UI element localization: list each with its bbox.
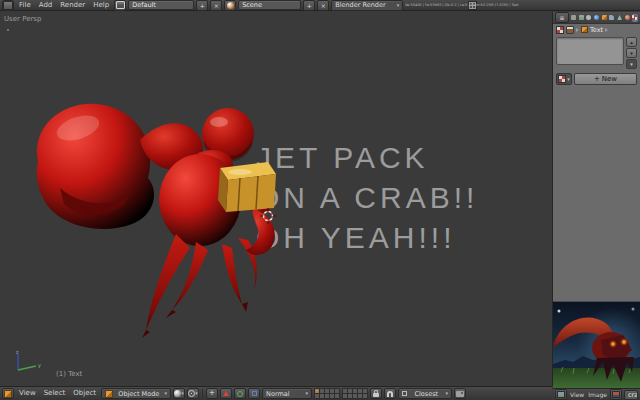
image-editor-type-button[interactable]: [555, 389, 567, 400]
mode-dropdown[interactable]: Object Mode ▾: [101, 388, 171, 399]
render-camera-icon: [571, 15, 576, 20]
layout-name-field[interactable]: Default: [128, 0, 194, 10]
render-engine-value: Blender Render: [335, 1, 385, 9]
texture-type-button[interactable]: ▾: [556, 73, 572, 85]
wrench-icon: [609, 15, 614, 20]
chevron-down-icon: ▾: [195, 391, 198, 396]
menu-render[interactable]: Render: [57, 0, 88, 11]
scene-name-field[interactable]: Scene: [238, 0, 301, 10]
photo-icon: [579, 15, 584, 20]
chevron-down-icon: ▾: [446, 391, 449, 396]
menu-select[interactable]: Select: [41, 388, 69, 399]
new-texture-button[interactable]: + New: [574, 73, 637, 85]
slot-move-down-button[interactable]: ▾: [626, 48, 637, 58]
tab-object-data[interactable]: [617, 14, 623, 22]
pivot-point-button[interactable]: ▾: [187, 388, 199, 399]
snap-toggle-button[interactable]: [384, 388, 396, 399]
scene-browse-button[interactable]: [224, 0, 236, 11]
active-object-label: (1) Text: [56, 370, 82, 378]
scene-stats: Ve:55466 | Fa:53993 | Ob:0-2 | La:0 | Me…: [405, 3, 463, 7]
viewport-shading-icon: [174, 390, 181, 397]
tab-render-layers[interactable]: [578, 14, 584, 22]
object-cube-icon: [602, 15, 607, 20]
layout-add-button[interactable]: +: [196, 0, 208, 11]
snap-element-dropdown[interactable]: Closest ▾: [398, 388, 452, 399]
translate-icon: [223, 391, 229, 396]
tab-modifiers[interactable]: [609, 14, 615, 22]
slot-menu-button[interactable]: ▾: [626, 59, 637, 69]
chevron-down-icon: ▾: [165, 391, 168, 396]
layout-delete-button[interactable]: ×: [210, 0, 222, 11]
menu-view[interactable]: View: [16, 388, 39, 399]
chevron-down-icon: ▾: [397, 3, 400, 8]
image-editor-header: View Image crab.jpg: [553, 388, 640, 400]
pivot-point-icon: [188, 390, 195, 397]
render-engine-dropdown[interactable]: Blender Render▾: [331, 0, 403, 11]
info-editor-type-button[interactable]: [2, 0, 14, 11]
snap-magnet-icon: [387, 391, 393, 397]
image-browse-button[interactable]: [610, 389, 622, 400]
info-editor-icon: [3, 1, 13, 10]
object-mode-cube-icon: [105, 390, 113, 398]
tab-texture[interactable]: [632, 14, 638, 22]
texture-slot-list[interactable]: [556, 37, 624, 65]
scene-icon: [227, 2, 234, 9]
transform-orientation-dropdown[interactable]: Normal ▾: [262, 388, 312, 399]
menu-file[interactable]: File: [16, 0, 34, 11]
properties-header: ≡: [553, 12, 640, 24]
tab-material[interactable]: [624, 14, 630, 22]
world-icon: [594, 15, 599, 20]
mesh-data-icon: [617, 15, 622, 20]
scene-delete-button[interactable]: ×: [317, 0, 329, 11]
chevron-down-icon: ▾: [306, 391, 309, 396]
scale-icon: [252, 391, 257, 396]
brush-icon: [566, 26, 574, 34]
menu-image[interactable]: Image: [587, 389, 608, 400]
slot-move-up-button[interactable]: ▴: [626, 37, 637, 47]
lock-to-scene-button[interactable]: [370, 388, 382, 399]
image-editor-icon: [557, 391, 565, 398]
menu-view[interactable]: View: [569, 389, 585, 400]
rotate-manipulator-button[interactable]: [234, 388, 246, 399]
3d-view-editor-icon: [4, 390, 12, 398]
scene-add-button[interactable]: +: [303, 0, 315, 11]
breadcrumb-object-name[interactable]: Text: [590, 26, 603, 34]
menu-object[interactable]: Object: [70, 388, 99, 399]
render-camera-icon: [456, 391, 464, 397]
translate-manipulator-button[interactable]: [220, 388, 232, 399]
tab-scene[interactable]: [586, 14, 592, 22]
layers-group-1[interactable]: [314, 388, 340, 399]
scene-icon: [586, 15, 591, 20]
menu-help[interactable]: Help: [90, 0, 112, 11]
menu-add[interactable]: Add: [36, 0, 56, 11]
blender-window: File Add Render Help Default + × Scene +…: [0, 0, 640, 400]
opengl-render-button[interactable]: [454, 388, 466, 399]
snap-value: Closest: [414, 390, 438, 398]
orientation-value: Normal: [266, 390, 290, 398]
3d-cursor: [260, 208, 276, 224]
reference-image[interactable]: [553, 302, 640, 388]
screen-layout-icon: [116, 1, 125, 9]
tab-world[interactable]: [594, 14, 600, 22]
3d-viewport[interactable]: User Persp JET PACK ON A CRAB!! OH YEAH!…: [0, 12, 553, 386]
properties-breadcrumb: Text: [553, 24, 640, 35]
crab-model[interactable]: [0, 12, 552, 386]
viewport-editor-type-button[interactable]: [2, 388, 14, 399]
texture-slots-row: ▴ ▾ ▾: [553, 35, 640, 69]
image-editor: View Image crab.jpg: [553, 301, 640, 400]
layers-group-2[interactable]: [342, 388, 368, 399]
axis-z-label: z: [16, 350, 19, 355]
scale-manipulator-button[interactable]: [248, 388, 260, 399]
tab-object[interactable]: [601, 14, 607, 22]
axis-y-label: y: [38, 362, 41, 369]
sidebar: ≡ Text ▴ ▾ ▾: [553, 12, 640, 400]
image-name-field[interactable]: crab.jpg: [624, 390, 638, 400]
manipulator-toggle-button[interactable]: +: [206, 388, 218, 399]
material-sphere-icon: [625, 15, 630, 20]
screen-layout-button[interactable]: [114, 0, 126, 11]
properties-editor-type-button[interactable]: ≡: [555, 12, 569, 23]
viewport-shading-button[interactable]: ▾: [173, 388, 185, 399]
tab-render[interactable]: [571, 14, 577, 22]
rotate-icon: [237, 391, 243, 397]
breadcrumb-arrow-icon: [605, 28, 608, 32]
